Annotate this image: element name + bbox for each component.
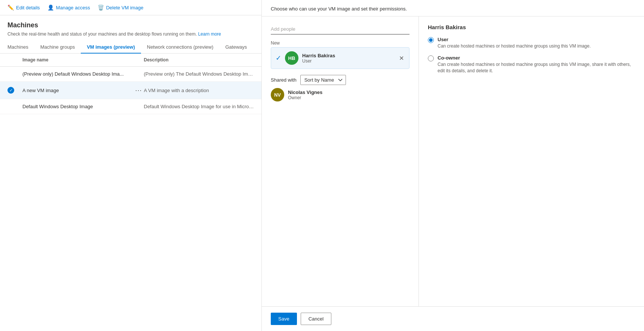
radio-text: Co-owner Can create hosted machines or h… xyxy=(438,55,635,74)
tab-gateways[interactable]: Gateways xyxy=(219,41,253,54)
table-row[interactable]: ✓ A new VM image ⋯ A VM image with a des… xyxy=(0,82,261,99)
row-name: Default Windows Desktop Image xyxy=(22,104,133,109)
shared-person-row: NV Nicolas Vignes Owner xyxy=(271,85,410,104)
tab-machines[interactable]: Machines xyxy=(7,41,34,54)
col-image-name: Image name xyxy=(22,57,133,63)
add-people-container xyxy=(271,24,410,34)
row-name: (Preview only) Default Windows Desktop I… xyxy=(22,71,133,77)
radio-option-user: User Can create hosted machines or hoste… xyxy=(428,36,635,49)
person-name: Harris Bakiras xyxy=(302,53,395,58)
manage-label: Manage access xyxy=(56,5,90,10)
table-row[interactable]: (Preview only) Default Windows Desktop I… xyxy=(0,67,261,82)
person-name: Nicolas Vignes xyxy=(288,89,410,95)
coowner-radio[interactable] xyxy=(428,55,434,61)
toolbar: ✏️ Edit details 👤 Manage access 🗑️ Delet… xyxy=(0,0,261,15)
save-button[interactable]: Save xyxy=(271,313,297,325)
radio-text: User Can create hosted machines or hoste… xyxy=(438,36,591,49)
sort-select[interactable]: Sort by Name Sort by Role xyxy=(300,75,346,85)
page-subtitle: Check the real-time health and status of… xyxy=(7,31,254,37)
add-people-input[interactable] xyxy=(271,24,410,34)
cancel-button[interactable]: Cancel xyxy=(301,313,331,325)
tab-network-connections[interactable]: Network connections (preview) xyxy=(141,41,220,54)
nav-tabs: Machines Machine groups VM images (previ… xyxy=(0,41,261,54)
page-header: Machines Check the real-time health and … xyxy=(0,15,261,41)
shared-with-label: Shared with xyxy=(271,77,297,83)
row-name: A new VM image xyxy=(22,88,133,93)
new-person-card: ✓ HB Harris Bakiras User ✕ xyxy=(271,47,410,69)
table-header: Image name Description xyxy=(0,54,261,67)
edit-details-button[interactable]: ✏️ Edit details xyxy=(7,4,40,10)
manage-panel: New ✓ HB Harris Bakiras User ✕ Shared wi… xyxy=(262,16,419,306)
more-options-button[interactable]: ⋯ xyxy=(133,86,144,94)
radio-option-co-owner: Co-owner Can create hosted machines or h… xyxy=(428,55,635,74)
manage-access-description: Choose who can use your VM image and set… xyxy=(262,0,644,16)
row-desc: Default Windows Desktop Image for use in… xyxy=(144,104,254,109)
user-label[interactable]: User xyxy=(438,37,448,42)
page-title: Machines xyxy=(7,21,254,29)
col-description: Description xyxy=(144,57,254,63)
tab-machine-groups[interactable]: Machine groups xyxy=(34,41,81,54)
row-desc: A VM image with a description xyxy=(144,88,254,93)
delete-vm-button[interactable]: 🗑️ Delete VM image xyxy=(98,4,144,10)
row-desc: (Preview only) The Default Windows Deskt… xyxy=(144,71,254,77)
shared-with-row: Shared with Sort by Name Sort by Role xyxy=(271,75,410,85)
person-info: Nicolas Vignes Owner xyxy=(288,89,410,100)
new-section-label: New xyxy=(271,40,410,46)
col-check xyxy=(7,57,22,63)
col-more xyxy=(133,57,144,63)
table-container: Image name Description (Preview only) De… xyxy=(0,54,261,331)
learn-more-link[interactable]: Learn more xyxy=(198,31,221,37)
coowner-label[interactable]: Co-owner xyxy=(438,55,460,61)
avatar: HB xyxy=(285,51,298,65)
remove-person-button[interactable]: ✕ xyxy=(398,54,405,63)
person-selected-icon: ✓ xyxy=(276,54,281,62)
user-radio[interactable] xyxy=(428,37,434,43)
coowner-desc: Can create hosted machines or hosted mac… xyxy=(438,61,635,74)
permissions-title: Harris Bakiras xyxy=(428,24,635,30)
person-info: Harris Bakiras User xyxy=(302,53,395,64)
user-desc: Can create hosted machines or hosted mac… xyxy=(438,43,591,49)
permissions-panel: Harris Bakiras User Can create hosted ma… xyxy=(419,16,644,306)
right-panel: Choose who can use your VM image and set… xyxy=(262,0,644,331)
delete-icon: 🗑️ xyxy=(98,4,104,10)
right-content: New ✓ HB Harris Bakiras User ✕ Shared wi… xyxy=(262,16,644,306)
manage-access-button[interactable]: 👤 Manage access xyxy=(47,4,90,10)
shared-with-section: Shared with Sort by Name Sort by Role NV… xyxy=(271,75,410,104)
radio-group: User Can create hosted machines or hoste… xyxy=(428,36,635,74)
avatar: NV xyxy=(271,88,284,101)
left-panel: ✏️ Edit details 👤 Manage access 🗑️ Delet… xyxy=(0,0,262,331)
tab-vm-images[interactable]: VM images (preview) xyxy=(81,41,141,54)
footer: Save Cancel xyxy=(262,306,644,331)
table-row[interactable]: Default Windows Desktop Image Default Wi… xyxy=(0,99,261,114)
new-section: New ✓ HB Harris Bakiras User ✕ xyxy=(271,40,410,69)
delete-label: Delete VM image xyxy=(106,5,144,10)
edit-icon: ✏️ xyxy=(7,4,14,10)
person-role: User xyxy=(302,58,395,64)
row-check: ✓ xyxy=(7,87,22,94)
manage-icon: 👤 xyxy=(47,4,54,10)
selected-check-icon: ✓ xyxy=(7,87,14,94)
edit-label: Edit details xyxy=(16,5,40,10)
person-role: Owner xyxy=(288,95,410,100)
